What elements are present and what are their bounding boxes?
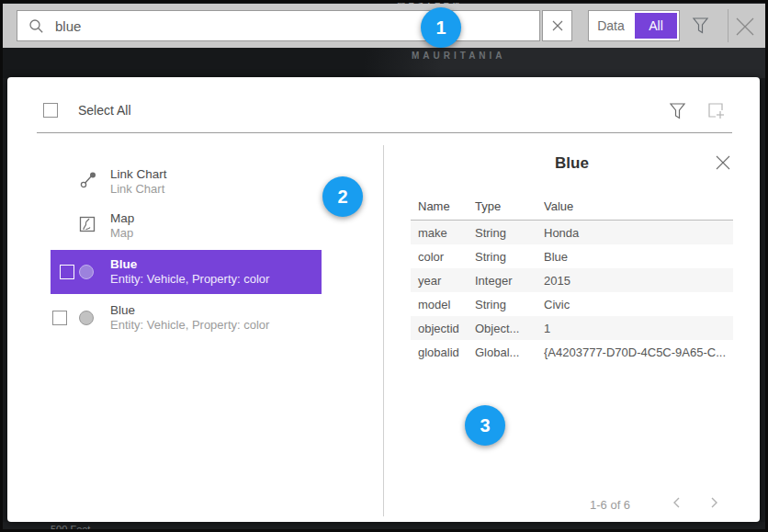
previous-page-button[interactable] <box>672 496 683 513</box>
search-scope-toggle: Data All <box>588 10 680 41</box>
chevron-right-icon <box>708 496 719 509</box>
link-chart-icon <box>79 171 97 193</box>
result-subtitle: Entity: Vehicle, Property: color <box>110 272 269 287</box>
attribute-table: Name Type Value make String Honda color … <box>411 193 733 364</box>
select-all-checkbox[interactable] <box>43 103 58 118</box>
panel-header-divider <box>37 132 732 133</box>
filter-funnel-icon <box>669 102 686 120</box>
table-header-row: Name Type Value <box>411 193 733 221</box>
select-all-label: Select All <box>78 103 131 118</box>
cell-name: color <box>411 250 475 264</box>
pagination: 1-6 of 6 <box>411 491 733 518</box>
annotation-step-3: 3 <box>465 405 505 446</box>
detail-title: Blue <box>411 154 733 173</box>
map-icon <box>79 216 96 236</box>
add-to-selection-button[interactable] <box>707 102 726 124</box>
cell-name: model <box>411 298 475 311</box>
cell-value: Civic <box>544 298 733 311</box>
table-row: color String Blue <box>411 244 733 268</box>
search-input[interactable]: blue <box>17 10 540 41</box>
results-filter-button[interactable] <box>669 102 686 124</box>
entity-circle-icon <box>79 311 94 325</box>
cell-name: year <box>411 274 475 288</box>
result-title: Blue <box>110 257 269 272</box>
search-bar: blue Data All <box>3 4 765 48</box>
result-checkbox[interactable] <box>52 311 67 325</box>
scope-option-data[interactable]: Data <box>589 11 633 40</box>
table-row: make String Honda <box>411 221 733 244</box>
clear-x-icon <box>552 20 563 31</box>
topbar-divider <box>728 9 728 42</box>
column-header-name: Name <box>411 199 475 213</box>
annotation-step-1: 1 <box>421 7 461 48</box>
clear-search-button[interactable] <box>542 10 572 41</box>
result-item-blue-selected[interactable]: Blue Entity: Vehicle, Property: color <box>51 250 322 294</box>
result-text: Blue Entity: Vehicle, Property: color <box>110 257 269 287</box>
cell-value: 2015 <box>544 274 733 288</box>
cell-value: {A4203777-D70D-4C5C-9A65-C... <box>544 345 733 359</box>
search-query-text: blue <box>55 18 81 34</box>
cell-type: Object... <box>475 322 544 335</box>
close-x-icon <box>715 154 731 171</box>
search-results-panel: Select All <box>7 77 760 522</box>
result-item-blue[interactable]: Blue Entity: Vehicle, Property: color <box>7 301 322 334</box>
next-page-button[interactable] <box>708 496 719 513</box>
map-scale-label: 500 Feet <box>51 524 90 532</box>
filter-funnel-icon <box>692 17 709 35</box>
cell-value: Honda <box>544 226 733 240</box>
cell-value: 1 <box>544 322 733 335</box>
table-row: globalid Global... {A4203777-D70D-4C5C-9… <box>411 340 733 364</box>
cell-type: String <box>475 298 544 311</box>
add-selection-icon <box>707 102 726 120</box>
close-x-icon <box>734 16 756 38</box>
result-checkbox[interactable] <box>60 265 74 279</box>
map-background-bottom: 500 Feet <box>0 522 768 532</box>
result-subtitle: Link Chart <box>110 182 167 197</box>
table-row: year Integer 2015 <box>411 268 733 292</box>
result-subtitle: Entity: Vehicle, Property: color <box>110 318 269 333</box>
table-row: objectid Object... 1 <box>411 316 733 340</box>
entity-circle-icon <box>79 265 94 279</box>
scope-option-all[interactable]: All <box>635 13 677 39</box>
search-icon <box>28 18 44 34</box>
result-text: Link Chart Link Chart <box>110 167 167 197</box>
cell-name: globalid <box>411 345 475 359</box>
result-title: Map <box>110 211 134 226</box>
app-window: WESTERN MAURITANIA 500 Feet blue Data Al… <box>0 0 768 532</box>
cell-name: make <box>411 226 475 240</box>
pagination-label: 1-6 of 6 <box>590 498 630 512</box>
result-item-link-chart[interactable]: Link Chart Link Chart <box>7 165 322 198</box>
column-header-value: Value <box>544 199 733 213</box>
cell-type: String <box>475 250 544 264</box>
cell-name: objectid <box>411 322 475 335</box>
close-search-button[interactable] <box>734 16 756 41</box>
chevron-left-icon <box>672 496 683 509</box>
select-all-row: Select All <box>43 103 131 118</box>
cell-type: String <box>475 226 544 240</box>
close-detail-button[interactable] <box>715 154 731 175</box>
map-country-label-mauritania: MAURITANIA <box>412 51 506 61</box>
annotation-step-2: 2 <box>322 176 363 217</box>
column-header-type: Type <box>475 199 544 213</box>
result-title: Blue <box>110 303 269 318</box>
search-filter-button[interactable] <box>692 17 709 39</box>
result-text: Blue Entity: Vehicle, Property: color <box>110 303 269 333</box>
cell-value: Blue <box>544 250 733 264</box>
cell-type: Global... <box>475 345 544 359</box>
result-item-map[interactable]: Map Map <box>7 209 322 243</box>
result-text: Map Map <box>110 211 134 241</box>
result-title: Link Chart <box>110 167 167 182</box>
result-subtitle: Map <box>110 226 134 241</box>
cell-type: Integer <box>475 274 544 288</box>
list-detail-divider <box>383 145 384 516</box>
table-row: model String Civic <box>411 292 733 316</box>
